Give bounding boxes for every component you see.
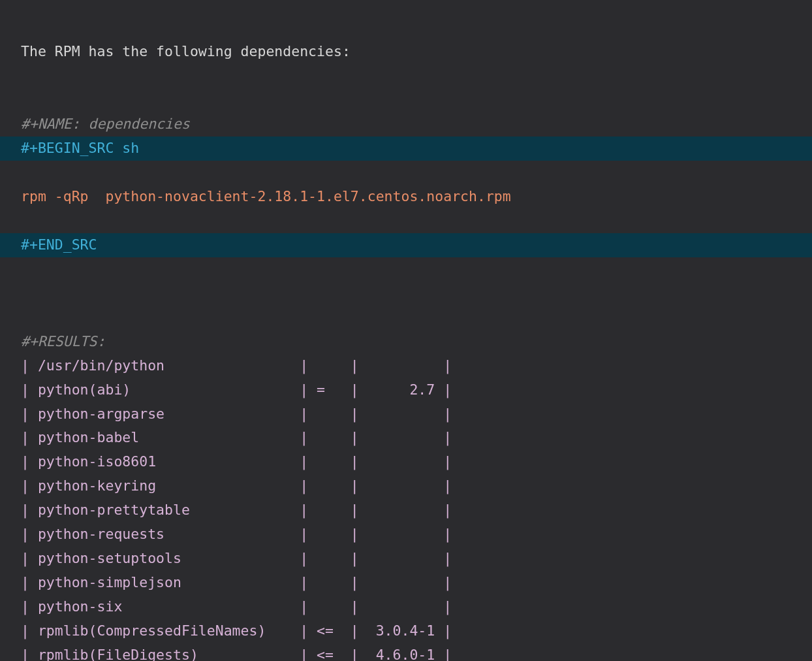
table-row: | python-babel | | | — [0, 429, 473, 445]
table-row: | python-requests | | | — [0, 526, 473, 542]
blank-line — [0, 64, 812, 88]
org-results-label: #+RESULTS: — [0, 333, 126, 349]
blank-line — [0, 282, 812, 306]
table-row: | python-argparse | | | — [0, 406, 473, 422]
org-end-src: #+END_SRC — [0, 233, 812, 257]
results-table: | /usr/bin/python | | | | python(abi) | … — [0, 354, 812, 661]
table-row: | rpmlib(FileDigests) | <= | 4.6.0-1 | — [0, 647, 473, 661]
table-row: | python-six | | | — [0, 598, 473, 615]
code-document: The RPM has the following dependencies: … — [0, 0, 812, 661]
table-row: | /usr/bin/python | | | — [0, 357, 473, 374]
table-row: | rpmlib(CompressedFileNames) | <= | 3.0… — [0, 622, 473, 639]
org-begin-src: #+BEGIN_SRC sh — [0, 137, 812, 161]
table-row: | python-prettytable | | | — [0, 502, 473, 518]
heading-text: The RPM has the following dependencies: — [0, 43, 371, 59]
table-row: | python-simplejson | | | — [0, 574, 473, 590]
org-name-directive: #+NAME: dependencies — [0, 116, 211, 132]
table-row: | python-setuptools | | | — [0, 550, 473, 566]
table-row: | python-keyring | | | — [0, 477, 473, 494]
table-row: | python-iso8601 | | | — [0, 453, 473, 470]
shell-command: rpm -qRp python-novaclient-2.18.1-1.el7.… — [0, 185, 812, 209]
table-row: | python(abi) | = | 2.7 | — [0, 381, 473, 398]
